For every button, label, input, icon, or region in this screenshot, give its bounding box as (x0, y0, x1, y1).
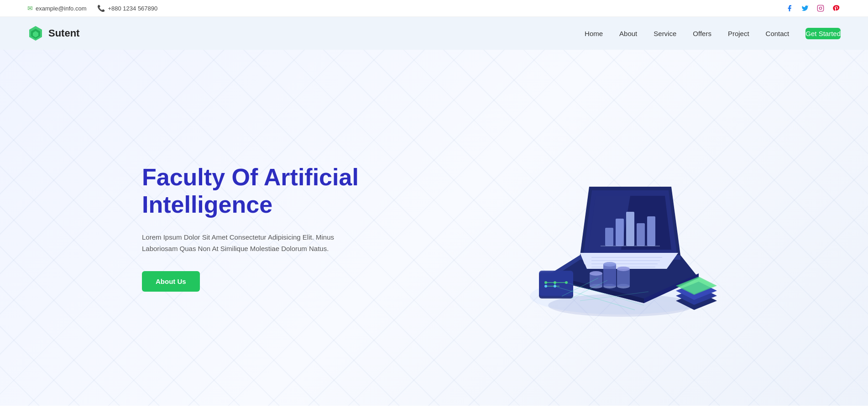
nav-offers[interactable]: Offers (693, 28, 711, 39)
logo-text: Sutent (48, 27, 79, 39)
logo-svg (27, 25, 44, 42)
svg-rect-15 (647, 216, 655, 246)
hero-content: Faculty Of Artificial Intelligence Lorem… (115, 86, 753, 369)
social-links (785, 4, 841, 13)
svg-point-30 (554, 285, 556, 288)
instagram-icon (817, 5, 824, 12)
svg-rect-12 (616, 219, 624, 246)
svg-point-40 (617, 267, 630, 271)
logo-link[interactable]: Sutent (27, 25, 79, 42)
hero-section: Faculty Of Artificial Intelligence Lorem… (0, 50, 868, 406)
svg-rect-13 (626, 212, 634, 246)
email-text: example@info.com (36, 5, 86, 12)
svg-point-26 (544, 281, 547, 284)
nav-contact[interactable]: Contact (766, 28, 790, 39)
svg-rect-39 (617, 269, 630, 286)
facebook-link[interactable] (785, 4, 794, 13)
hero-illustration (489, 123, 726, 333)
svg-rect-0 (817, 5, 823, 11)
topbar: ✉ example@info.com 📞 +880 1234 567890 (0, 0, 868, 17)
hero-text: Faculty Of Artificial Intelligence Lorem… (142, 164, 359, 292)
nav-links: Home About Service Offers Project Contac… (585, 28, 841, 39)
pinterest-link[interactable] (831, 4, 841, 13)
svg-point-31 (544, 285, 547, 288)
svg-rect-14 (637, 223, 645, 246)
hero-description: Lorem Ipsum Dolor Sit Amet Consectetur A… (142, 231, 343, 255)
svg-point-37 (603, 262, 616, 267)
twitter-link[interactable] (800, 4, 810, 13)
email-contact: ✉ example@info.com (27, 5, 86, 12)
facebook-icon (786, 5, 793, 12)
hero-title-line2: Intelligence (142, 191, 272, 218)
navbar: Sutent Home About Service Offers Project… (0, 17, 868, 50)
phone-text: +880 1234 567890 (108, 5, 157, 12)
svg-point-1 (819, 7, 821, 9)
nav-about[interactable]: About (619, 28, 637, 39)
email-icon: ✉ (27, 5, 33, 12)
twitter-icon (801, 5, 809, 12)
nav-project[interactable]: Project (728, 28, 749, 39)
phone-icon: 📞 (97, 5, 105, 12)
hero-title-line1: Faculty Of Artificial (142, 164, 359, 190)
pinterest-icon (832, 5, 840, 12)
logo-icon (27, 25, 44, 42)
phone-contact: 📞 +880 1234 567890 (97, 5, 157, 12)
about-us-button[interactable]: About Us (142, 271, 200, 292)
topbar-contact: ✉ example@info.com 📞 +880 1234 567890 (27, 5, 157, 12)
svg-rect-11 (605, 228, 613, 246)
instagram-link[interactable] (816, 4, 825, 13)
nav-service[interactable]: Service (654, 28, 676, 39)
svg-rect-36 (603, 264, 616, 286)
nav-home[interactable]: Home (585, 28, 603, 39)
hero-title: Faculty Of Artificial Intelligence (142, 164, 359, 219)
svg-point-2 (822, 6, 822, 7)
svg-point-34 (590, 271, 602, 276)
get-started-button[interactable]: Get Started (805, 28, 841, 39)
illustration-svg (489, 123, 726, 333)
